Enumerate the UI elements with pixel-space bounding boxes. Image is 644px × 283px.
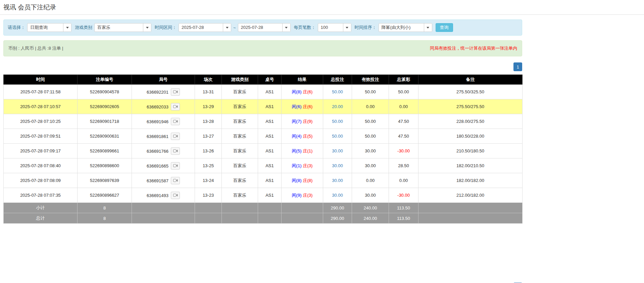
table-row: 2025-07-28 07:07:35522690896627636691493… — [4, 188, 523, 203]
cell-table-no: AS1 — [258, 173, 282, 188]
per-page-select[interactable]: 100 — [318, 23, 351, 32]
result-banker: 庄(6) — [303, 89, 313, 94]
cell-session: 13-25 — [195, 158, 222, 173]
time-sort-select[interactable]: 降冪(由大到小) — [379, 23, 432, 32]
total-bet-link[interactable]: 30.00 — [332, 193, 343, 198]
cell-payout: 0.00 — [389, 99, 418, 114]
cell-round: 636691861 — [132, 129, 195, 144]
filter-label-select: 请选择： — [8, 25, 25, 31]
video-replay-button[interactable] — [171, 162, 180, 170]
video-replay-button[interactable] — [171, 192, 180, 199]
cell-result: 闲(4)庄(5) — [282, 129, 323, 144]
video-camera-icon — [173, 193, 178, 197]
cell-bet-id: 522690900631 — [78, 129, 132, 144]
page-title: 视讯 会员下注纪录 — [3, 4, 56, 11]
cell-total-bet: 30.00 — [323, 158, 352, 173]
footer-empty — [195, 203, 222, 213]
footer-empty — [282, 213, 323, 224]
cell-valid-bet: 0.00 — [352, 99, 389, 114]
per-page-value: 100 — [318, 23, 343, 32]
cell-game: 百家乐 — [222, 188, 258, 203]
footer-empty — [132, 213, 195, 224]
query-type-caret-button[interactable] — [63, 23, 71, 32]
filter-label-sort: 时间排序： — [355, 25, 377, 31]
game-type-value: 百家乐 — [95, 23, 143, 32]
footer-empty — [195, 213, 222, 224]
cell-table-no: AS1 — [258, 158, 282, 173]
video-camera-icon — [173, 120, 178, 123]
date-from-caret-button[interactable] — [223, 23, 231, 32]
total-bet-link[interactable]: 30.00 — [332, 148, 343, 153]
summary-currency-info: 币别 : 人民币 | 总共 :8 注单 | — [8, 45, 63, 51]
result-player: 闲(9) — [292, 193, 302, 198]
video-replay-button[interactable] — [171, 118, 180, 125]
table-footer: 小计8290.00240.00113.50总计8290.00240.00113.… — [4, 203, 523, 224]
cell-time: 2025-07-28 07:08:40 — [4, 158, 78, 173]
col-header-table-no: 桌号 — [258, 75, 282, 85]
cell-game: 百家乐 — [222, 158, 258, 173]
total-bet-link[interactable]: 30.00 — [332, 178, 343, 183]
chevron-down-icon — [146, 27, 149, 29]
result-banker: 庄(3) — [303, 193, 313, 198]
cell-payout: 47.50 — [389, 114, 418, 129]
total-bet-link[interactable]: 50.00 — [332, 119, 343, 124]
cell-round: 636692201 — [132, 85, 195, 99]
cell-remark: 275.50/325.50 — [418, 85, 523, 99]
result-player: 闲(8) — [292, 178, 302, 183]
page-1-button[interactable]: 1 — [513, 62, 522, 71]
total-bet-link[interactable]: 30.00 — [332, 163, 343, 168]
cell-time: 2025-07-28 07:09:17 — [4, 144, 78, 158]
cell-time: 2025-07-28 07:09:51 — [4, 129, 78, 144]
result-player: 闲(1) — [292, 163, 302, 168]
cell-bet-id: 522690902605 — [78, 99, 132, 114]
footer-empty — [418, 203, 523, 213]
table-header-row: 时间 注单编号 局号 场次 游戏类别 桌号 结果 总投注 有效投注 总派彩 备注 — [4, 75, 523, 85]
cell-bet-id: 522690897639 — [78, 173, 132, 188]
cell-time: 2025-07-28 07:10:25 — [4, 114, 78, 129]
summary-bar: 币别 : 人民币 | 总共 :8 注单 | 同局有效投注，统一计算在该局第一张注… — [3, 40, 522, 56]
cell-total-bet: 30.00 — [323, 188, 352, 203]
round-number: 636692033 — [147, 104, 168, 109]
game-type-select[interactable]: 百家乐 — [94, 23, 151, 32]
cell-game: 百家乐 — [222, 85, 258, 99]
cell-payout: 47.50 — [389, 129, 418, 144]
search-button[interactable]: 查询 — [436, 23, 453, 32]
table-row: 2025-07-28 07:08:40522690898600636691665… — [4, 158, 523, 173]
cell-payout: 0.00 — [389, 173, 418, 188]
total-bet-link[interactable]: 20.00 — [332, 104, 343, 109]
chevron-down-icon — [66, 27, 69, 29]
footer-empty — [258, 203, 282, 213]
time-sort-caret-button[interactable] — [424, 23, 432, 32]
page-header: 视讯 会员下注纪录 — [0, 0, 644, 15]
cell-time: 2025-07-28 07:10:57 — [4, 99, 78, 114]
video-replay-button[interactable] — [171, 103, 180, 110]
date-to-picker[interactable]: 2025-07-28 — [238, 23, 291, 32]
total-bet-link[interactable]: 50.00 — [332, 89, 343, 94]
col-header-bet-id: 注单编号 — [78, 75, 132, 85]
cell-session: 13-27 — [195, 129, 222, 144]
video-replay-button[interactable] — [171, 88, 180, 96]
summary-notice: 同局有效投注，统一计算在该局第一张注单内 — [430, 45, 517, 51]
query-type-select[interactable]: 日期查询 — [27, 23, 71, 32]
col-header-total-bet: 总投注 — [323, 75, 352, 85]
cell-remark: 228.00/275.50 — [418, 114, 523, 129]
cell-valid-bet: 50.00 — [352, 129, 389, 144]
video-replay-button[interactable] — [171, 133, 180, 140]
cell-total-bet: 50.00 — [323, 114, 352, 129]
round-number: 636691587 — [147, 178, 168, 183]
game-type-caret-button[interactable] — [143, 23, 151, 32]
cell-game: 百家乐 — [222, 129, 258, 144]
footer-label: 小计 — [4, 203, 78, 213]
footer-payout: 113.50 — [389, 203, 418, 213]
cell-remark: 182.00/182.00 — [418, 173, 523, 188]
date-to-caret-button[interactable] — [282, 23, 290, 32]
video-replay-button[interactable] — [171, 147, 180, 155]
date-from-picker[interactable]: 2025-07-28 — [179, 23, 231, 32]
cell-payout: 50.00 — [389, 85, 418, 99]
per-page-caret-button[interactable] — [343, 23, 351, 32]
cell-round: 636692033 — [132, 99, 195, 114]
video-replay-button[interactable] — [171, 177, 180, 184]
col-header-valid-bet: 有效投注 — [352, 75, 389, 85]
total-bet-link[interactable]: 50.00 — [332, 134, 343, 139]
cell-table-no: AS1 — [258, 114, 282, 129]
